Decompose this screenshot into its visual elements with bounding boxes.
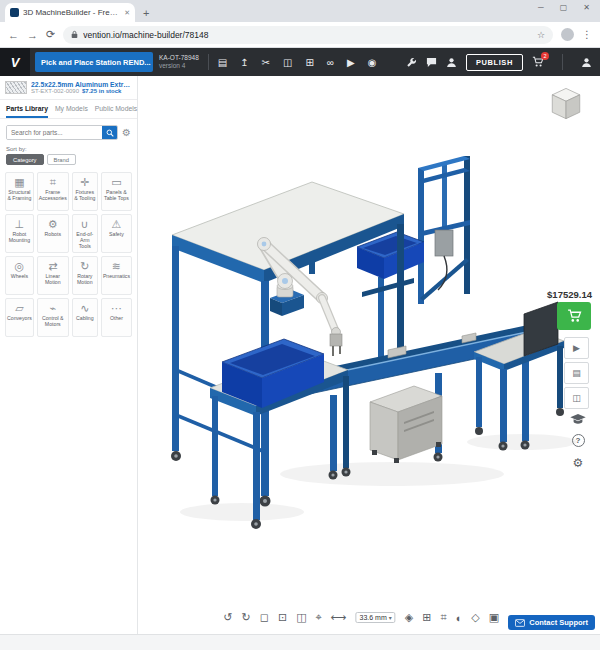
category-panels-tabletops[interactable]: ▭Panels & Table Tops [101, 172, 132, 211]
snap-icon[interactable]: ⌗ [440, 611, 446, 624]
camera-icon[interactable]: ▣ [489, 611, 499, 624]
render-icon[interactable]: ◉ [368, 57, 377, 68]
viewport-3d[interactable]: $17529.14 ▶ ▤ ◫ ? ⚙ ↺ ↻ ◻ ⊡ ◫ ⌖ ⟷ 33.6 m… [138, 76, 600, 634]
academy-icon[interactable] [570, 414, 586, 425]
browser-tab-strip: 3D MachineBuilder - Free Cloud ✕ + ─ ▢ ✕ [0, 0, 600, 22]
forward-icon[interactable]: → [27, 29, 38, 41]
tab-my-models[interactable]: My Models [55, 105, 88, 118]
category-pneumatics[interactable]: ≋Pneumatics [101, 256, 132, 295]
bookmark-star-icon[interactable]: ☆ [537, 30, 545, 40]
category-label: Fixtures & Tooling [74, 190, 96, 202]
open-icon[interactable]: ▤ [218, 57, 227, 68]
isometric-view-icon[interactable]: ◈ [405, 611, 413, 624]
category-label: Pneumatics [103, 274, 130, 280]
publish-button[interactable]: PUBLISH [466, 54, 523, 71]
undo-icon[interactable]: ↺ [223, 611, 232, 624]
safety-icon: ⚠ [112, 218, 122, 231]
search-button[interactable] [102, 126, 117, 139]
play-simulation-button[interactable]: ▶ [564, 337, 589, 359]
browser-profile-avatar[interactable] [561, 28, 574, 41]
robot-mounting-icon: ⊥ [15, 218, 25, 231]
window-close-icon[interactable]: ✕ [583, 3, 590, 12]
new-tab-button[interactable]: + [143, 7, 149, 19]
category-robot-mounting[interactable]: ⊥Robot Mounting [5, 214, 34, 253]
category-rotary-motion[interactable]: ↻Rotary Motion [72, 256, 98, 295]
settings-gear-icon[interactable]: ⚙ [573, 456, 584, 470]
machine-3d-model[interactable] [152, 140, 584, 562]
part-icon[interactable]: ◫ [283, 57, 292, 68]
tab-parts-library[interactable]: Parts Library [6, 105, 48, 118]
vention-logo[interactable]: V [0, 48, 30, 76]
back-icon[interactable]: ← [8, 29, 19, 41]
category-conveyors[interactable]: ▱Conveyors [5, 298, 34, 337]
export-icon[interactable]: ↥ [240, 57, 248, 68]
mirror-icon[interactable]: ◫ [296, 611, 306, 624]
selected-part-banner[interactable]: 22.5x22.5mm Aluminum Extrusion f... ST-E… [0, 76, 137, 100]
category-linear-motion[interactable]: ⇄Linear Motion [37, 256, 69, 295]
view-cube[interactable] [544, 82, 588, 126]
media-button[interactable]: ▤ [564, 362, 589, 384]
browser-tab[interactable]: 3D MachineBuilder - Free Cloud ✕ [5, 3, 135, 22]
upper-bin[interactable] [357, 232, 424, 365]
assembly-icon[interactable]: ⊞ [305, 57, 313, 68]
capture-button[interactable]: ◫ [564, 387, 589, 409]
category-label: Safety [109, 232, 124, 238]
sort-brand-pill[interactable]: Brand [47, 154, 76, 165]
dimension-input[interactable]: 33.6 mm ▾ [356, 612, 396, 623]
link-icon[interactable]: ∞ [327, 57, 334, 68]
category-robots[interactable]: ⚙Robots [37, 214, 69, 253]
category-end-of-arm-tools[interactable]: ∪End-of-Arm Tools [72, 214, 98, 253]
copy-icon[interactable]: ⊡ [278, 611, 287, 624]
cart-count-badge: 2 [541, 52, 549, 60]
wrench-icon[interactable] [406, 57, 417, 68]
cart-button[interactable]: 2 [532, 56, 544, 68]
robots-icon: ⚙ [48, 218, 58, 231]
move-icon[interactable]: ⌖ [316, 611, 322, 624]
side-table[interactable] [474, 302, 564, 451]
appearance-icon[interactable]: ◐ [456, 612, 463, 624]
design-code: KA-OT-78948 [159, 54, 199, 62]
redo-icon[interactable]: ↻ [242, 611, 251, 624]
invite-user-icon[interactable] [446, 57, 457, 68]
category-structural-framing[interactable]: ▦Structural & Framing [5, 172, 34, 211]
category-safety[interactable]: ⚠Safety [101, 214, 132, 253]
category-control-motors[interactable]: ⌁Control & Motors [37, 298, 69, 337]
tab-close-icon[interactable]: ✕ [124, 9, 130, 17]
cut-icon[interactable]: ✂ [262, 57, 270, 68]
parts-sidebar: 22.5x22.5mm Aluminum Extrusion f... ST-E… [0, 76, 138, 634]
tab-public-models[interactable]: Public Models [95, 105, 137, 118]
add-to-cart-button[interactable] [557, 302, 591, 330]
grid-icon[interactable]: ⊞ [422, 611, 431, 624]
viewport-bottom-toolbar: ↺ ↻ ◻ ⊡ ◫ ⌖ ⟷ 33.6 mm ▾ ◈ ⊞ ⌗ ◐ ◇ ▣ ≡ [223, 611, 514, 624]
contact-support-button[interactable]: Contact Support [508, 615, 595, 630]
measure-icon[interactable]: ⟷ [331, 611, 347, 624]
url-bar[interactable]: vention.io/machine-builder/78148 ☆ [63, 26, 553, 44]
viewport-side-buttons: ▶ ▤ ◫ [564, 337, 589, 409]
category-fixtures-tooling[interactable]: ✛Fixtures & Tooling [72, 172, 98, 211]
browser-menu-icon[interactable]: ⋮ [582, 29, 592, 40]
filter-gear-icon[interactable]: ⚙ [122, 127, 131, 138]
control-box[interactable] [370, 386, 442, 463]
reload-icon[interactable]: ⟳ [46, 28, 55, 41]
help-icon[interactable]: ? [572, 434, 585, 447]
rotary-motion-icon: ↻ [80, 260, 89, 273]
select-icon[interactable]: ◻ [260, 611, 269, 624]
tower-frame[interactable] [418, 156, 470, 304]
sort-category-pill[interactable]: Category [6, 154, 44, 165]
window-minimize-icon[interactable]: ─ [538, 3, 544, 12]
category-frame-accessories[interactable]: ⌗Frame Accessories [37, 172, 69, 211]
search-input[interactable] [7, 126, 102, 139]
category-other[interactable]: ⋯Other [101, 298, 132, 337]
material-icon[interactable]: ◇ [471, 611, 479, 624]
category-label: Control & Motors [39, 316, 67, 328]
category-cabling[interactable]: ∿Cabling [72, 298, 98, 337]
part-info: 22.5x22.5mm Aluminum Extrusion f... ST-E… [31, 81, 132, 94]
search-row: ⚙ [0, 119, 137, 142]
category-wheels[interactable]: ◎Wheels [5, 256, 34, 295]
design-title-chip[interactable]: Pick and Place Station REND... [35, 52, 153, 72]
lower-bin[interactable] [210, 339, 351, 529]
profile-icon[interactable] [581, 57, 592, 68]
window-maximize-icon[interactable]: ▢ [560, 3, 568, 12]
comment-icon[interactable] [426, 57, 437, 68]
simulate-icon[interactable]: ▶ [347, 57, 355, 68]
